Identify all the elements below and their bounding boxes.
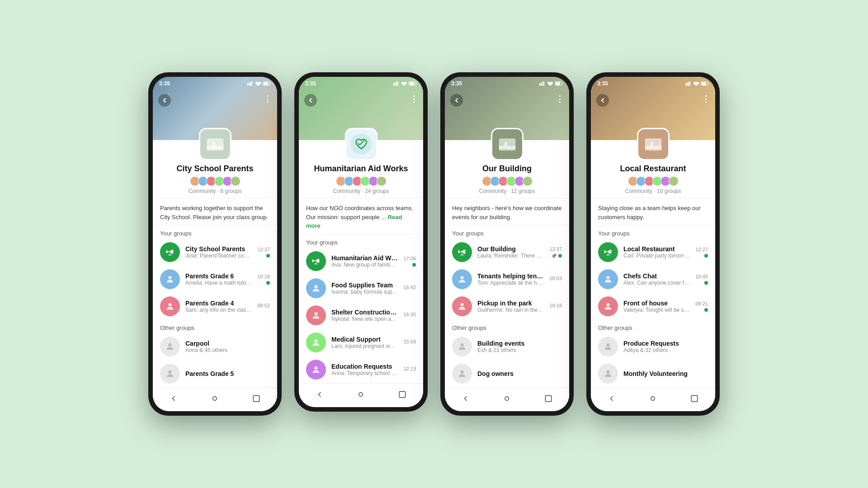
group-item[interactable]: Front of house Valeryia: Tonight will be… (591, 293, 715, 320)
back-nav-button[interactable] (167, 392, 180, 405)
back-button[interactable] (304, 94, 317, 107)
read-more-btn[interactable]: Read more (306, 214, 402, 230)
group-avatar-icon (306, 333, 326, 352)
unread-dot (704, 281, 708, 285)
group-item[interactable]: Parents Grade 4 Sam: any info on the cla… (153, 293, 277, 320)
other-group-name: Building events (477, 340, 562, 347)
cover-area: 3:35 ⋮ (299, 77, 423, 160)
back-button[interactable] (450, 94, 463, 107)
group-item[interactable]: City School Parents José: Parent/Teacher… (153, 239, 277, 266)
group-item[interactable]: Food Supplies Team Ivanna: baby formula … (299, 275, 423, 302)
more-button[interactable]: ⋮ (410, 94, 418, 104)
group-item-time: 15:59 (403, 339, 416, 344)
other-group-item[interactable]: Produce Requests Aditya & 32 others (591, 333, 715, 360)
group-item-time: 20:03 (549, 276, 562, 281)
description: Hey neighbors - here's how we coordinate… (445, 198, 569, 225)
group-item[interactable]: Shelter Construction Team Nykolai: New s… (299, 302, 423, 329)
square-nav-button[interactable] (688, 392, 701, 405)
more-button[interactable]: ⋮ (702, 94, 710, 104)
group-name: Local Restaurant (598, 164, 708, 174)
home-nav-button[interactable] (208, 392, 221, 405)
groups-section: Your groups Humanitarian Aid Works Ava: … (299, 235, 423, 383)
group-avatar-icon (306, 305, 326, 325)
member-avatars (160, 176, 270, 186)
other-group-item[interactable]: Parents Grade 5 (153, 360, 277, 387)
other-group-item[interactable]: Carpool Anna & 45 others (153, 333, 277, 360)
group-name: Our Building (452, 164, 562, 174)
status-icons (247, 81, 271, 86)
group-item[interactable]: Medical Support Lars: Injured pregnant w… (299, 329, 423, 356)
group-item-name: Pickup in the park (477, 300, 544, 307)
phone-screen: 3:35 ⋮ (299, 77, 423, 407)
other-groups-label: Other groups (153, 320, 277, 333)
svg-rect-49 (689, 81, 690, 86)
pin-icon: 📌 (551, 253, 557, 258)
svg-point-57 (606, 303, 609, 306)
square-nav-button[interactable] (542, 392, 555, 405)
group-item-time: 09:21 (695, 301, 708, 306)
community-label: Community · 24 groups (306, 188, 416, 194)
svg-point-27 (314, 366, 317, 369)
group-item-text: Our Building Laura: Reminder: There will… (477, 245, 544, 259)
bottom-nav (445, 387, 569, 411)
other-group-text: Building events Esh & 21 others (477, 340, 562, 353)
other-group-sub: Anna & 45 others (185, 347, 270, 353)
group-item[interactable]: Tenants helping tenants Tom: Appreciate … (445, 266, 569, 293)
community-avatar (345, 128, 377, 160)
group-item[interactable]: Humanitarian Aid Works Ava: New group of… (299, 248, 423, 275)
group-item-time: 10:18 (257, 274, 270, 279)
group-item[interactable]: Education Requests Anna: Temporary schoo… (299, 356, 423, 383)
group-item[interactable]: Parents Grade 6 Amelia: Have a math tuto… (153, 266, 277, 293)
group-item[interactable]: Local Restaurant Carl: Private party tom… (591, 239, 715, 266)
group-item[interactable]: Chefs Chat Alex: Can anyone cover for me… (591, 266, 715, 293)
home-nav-button[interactable] (646, 392, 659, 405)
group-item[interactable]: Pickup in the park Guilherme: No rain in… (445, 293, 569, 320)
phone-humanitarian: 3:35 ⋮ (294, 72, 428, 412)
home-nav-button[interactable] (500, 392, 513, 405)
back-nav-button[interactable] (459, 392, 472, 405)
other-group-icon (598, 337, 618, 357)
group-item-sub: Ivanna: baby formula supplies running ..… (331, 289, 398, 295)
square-nav-button[interactable] (250, 392, 263, 405)
community-avatar (491, 128, 524, 160)
back-button[interactable] (158, 94, 171, 107)
back-button[interactable] (596, 94, 609, 107)
group-item-indicators (704, 281, 708, 285)
group-avatar-icon (452, 269, 472, 289)
group-avatar-icon (452, 296, 472, 316)
unread-dot (412, 263, 416, 267)
group-info: Local Restaurant Community · 10 groups (591, 160, 715, 198)
other-group-icon (598, 364, 618, 384)
group-item-indicators (266, 281, 270, 285)
group-item-name: Parents Grade 4 (185, 300, 252, 307)
group-item-sub: Valeryia: Tonight will be special! (623, 307, 690, 313)
svg-rect-17 (395, 83, 396, 86)
more-button[interactable]: ⋮ (556, 94, 564, 104)
group-item-name: Parents Grade 6 (185, 272, 252, 280)
group-item-text: Front of house Valeryia: Tonight will be… (623, 300, 690, 313)
group-item-meta: 16:35 (403, 312, 416, 319)
square-nav-button[interactable] (396, 388, 409, 401)
group-item[interactable]: Our Building Laura: Reminder: There will… (445, 239, 569, 266)
other-group-item[interactable]: Dog owners (445, 360, 569, 387)
unread-dot (704, 254, 708, 258)
group-item-time: 12:27 (695, 247, 708, 252)
other-group-item[interactable]: Building events Esh & 21 others (445, 333, 569, 360)
group-avatar-icon (306, 278, 326, 298)
group-item-indicators (412, 263, 416, 267)
group-announcement-icon (598, 242, 618, 262)
avatar-container (345, 128, 377, 160)
group-item-time: 12:13 (403, 366, 416, 371)
other-group-name: Carpool (185, 340, 270, 347)
home-nav-button[interactable] (354, 388, 367, 401)
group-item-text: Parents Grade 4 Sam: any info on the cla… (185, 300, 252, 313)
svg-point-43 (460, 371, 463, 374)
group-item-sub: Alex: Can anyone cover for me? (623, 280, 690, 286)
back-nav-button[interactable] (605, 392, 618, 405)
more-button[interactable]: ⋮ (264, 94, 272, 104)
svg-point-59 (606, 371, 609, 374)
bottom-nav (299, 383, 423, 407)
back-nav-button[interactable] (313, 388, 326, 401)
other-group-item[interactable]: Monthly Volunteering (591, 360, 715, 387)
unread-dot (266, 281, 270, 285)
